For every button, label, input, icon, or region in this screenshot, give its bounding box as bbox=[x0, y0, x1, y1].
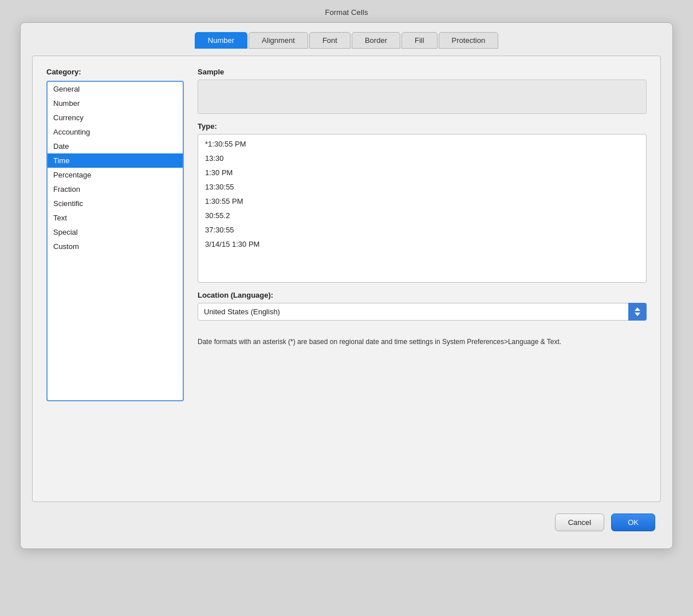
sample-section: Sample bbox=[198, 68, 647, 114]
category-list[interactable]: GeneralNumberCurrencyAccountingDateTimeP… bbox=[46, 81, 184, 401]
category-item-scientific[interactable]: Scientific bbox=[48, 196, 183, 211]
type-item-t7[interactable]: 37:30:55 bbox=[198, 223, 646, 237]
type-item-t2[interactable]: 13:30 bbox=[198, 151, 646, 165]
main-area: Category: GeneralNumberCurrencyAccountin… bbox=[46, 68, 647, 401]
location-label: Location (Language): bbox=[198, 291, 647, 299]
category-item-time[interactable]: Time bbox=[48, 153, 183, 168]
sample-box bbox=[198, 80, 647, 114]
category-item-number[interactable]: Number bbox=[48, 96, 183, 110]
category-item-text[interactable]: Text bbox=[48, 211, 183, 225]
cancel-button[interactable]: Cancel bbox=[555, 514, 604, 531]
ok-button[interactable]: OK bbox=[611, 514, 655, 531]
dialog-wrapper: Format Cells NumberAlignmentFontBorderFi… bbox=[0, 0, 693, 616]
type-label: Type: bbox=[198, 122, 647, 131]
category-item-currency[interactable]: Currency bbox=[48, 110, 183, 125]
location-select-wrapper: United States (English)United Kingdom (E… bbox=[198, 303, 647, 321]
tab-font[interactable]: Font bbox=[309, 32, 351, 49]
footer-note: Date formats with an asterisk (*) are ba… bbox=[198, 337, 647, 347]
type-list[interactable]: *1:30:55 PM13:301:30 PM13:30:551:30:55 P… bbox=[198, 135, 646, 282]
bottom-bar: Cancel OK bbox=[21, 508, 672, 537]
type-item-t1[interactable]: *1:30:55 PM bbox=[198, 137, 646, 151]
type-item-t4[interactable]: 13:30:55 bbox=[198, 180, 646, 194]
dialog-box: NumberAlignmentFontBorderFillProtection … bbox=[20, 22, 673, 549]
category-label: Category: bbox=[46, 68, 184, 76]
tab-number[interactable]: Number bbox=[195, 32, 247, 49]
type-list-container: *1:30:55 PM13:301:30 PM13:30:551:30:55 P… bbox=[198, 134, 647, 283]
tab-fill[interactable]: Fill bbox=[401, 32, 438, 49]
location-section: Location (Language): United States (Engl… bbox=[198, 291, 647, 321]
sample-label: Sample bbox=[198, 68, 647, 76]
category-item-date[interactable]: Date bbox=[48, 139, 183, 153]
tab-alignment[interactable]: Alignment bbox=[249, 32, 308, 49]
category-item-special[interactable]: Special bbox=[48, 225, 183, 239]
category-item-custom[interactable]: Custom bbox=[48, 239, 183, 254]
tab-border[interactable]: Border bbox=[352, 32, 400, 49]
type-item-t8[interactable]: 3/14/15 1:30 PM bbox=[198, 237, 646, 251]
dialog-title: Format Cells bbox=[0, 0, 693, 22]
left-panel: Category: GeneralNumberCurrencyAccountin… bbox=[46, 68, 184, 401]
type-item-t3[interactable]: 1:30 PM bbox=[198, 165, 646, 180]
right-panel: Sample Type: *1:30:55 PM13:301:30 PM13:3… bbox=[198, 68, 647, 401]
location-select[interactable]: United States (English)United Kingdom (E… bbox=[198, 303, 647, 321]
category-item-accounting[interactable]: Accounting bbox=[48, 125, 183, 139]
dialog-content: Category: GeneralNumberCurrencyAccountin… bbox=[32, 56, 661, 502]
category-item-percentage[interactable]: Percentage bbox=[48, 168, 183, 182]
type-item-t6[interactable]: 30:55.2 bbox=[198, 208, 646, 223]
type-section: Type: *1:30:55 PM13:301:30 PM13:30:551:3… bbox=[198, 122, 647, 283]
tab-protection[interactable]: Protection bbox=[439, 32, 499, 49]
category-item-general[interactable]: General bbox=[48, 82, 183, 96]
category-item-fraction[interactable]: Fraction bbox=[48, 182, 183, 196]
type-item-t5[interactable]: 1:30:55 PM bbox=[198, 194, 646, 208]
tabs-bar: NumberAlignmentFontBorderFillProtection bbox=[21, 23, 672, 49]
